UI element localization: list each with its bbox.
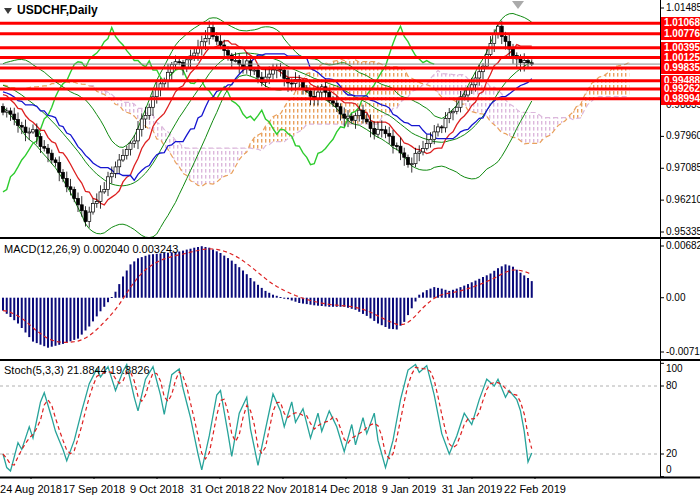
time-axis-label: 14 Dec 2018	[315, 483, 377, 495]
symbol-dropdown-icon	[4, 8, 12, 14]
price-axis-label: 0.96210	[666, 194, 700, 206]
price-axis-label: 1.01485	[666, 2, 700, 14]
level-price-label: 0.98994	[661, 93, 700, 105]
stoch-axis-label: 20	[666, 448, 677, 460]
chart-canvas[interactable]	[0, 0, 700, 479]
time-axis-label: 31 Jan 2019	[442, 483, 503, 495]
stoch-k-line	[3, 365, 532, 472]
price-axis-label: 0.97085	[666, 162, 700, 174]
chart-window: USDCHF,Daily MACD(12,26,9) 0.002040 0.00…	[0, 0, 700, 500]
kijun-sen-line	[3, 54, 532, 181]
macd-histogram	[2, 246, 533, 348]
macd-axis-label: -0.007166	[666, 346, 700, 358]
stoch-axis-label: 100	[666, 363, 683, 375]
time-axis-label: 31 Oct 2018	[190, 483, 250, 495]
macd-axis-label: 0.006829	[666, 240, 700, 252]
time-axis-label: 17 Sep 2018	[63, 483, 125, 495]
time-axis-label: 22 Nov 2018	[252, 483, 314, 495]
macd-indicator-label: MACD(12,26,9) 0.002040 0.003243	[4, 243, 178, 255]
macd-axis-label: 0.00	[666, 292, 685, 304]
time-axis-label: 9 Oct 2018	[130, 483, 184, 495]
time-axis-label: 9 Jan 2019	[382, 483, 436, 495]
level-price-label: 1.00776	[661, 28, 700, 40]
time-axis-label: 24 Aug 2018	[0, 483, 62, 495]
ichimoku-cloud	[566, 62, 630, 120]
level-price-label: 0.99835	[661, 62, 700, 74]
symbol-label: USDCHF,Daily	[17, 3, 98, 17]
symbol-header[interactable]: USDCHF,Daily	[4, 3, 98, 17]
price-axis-label: 0.97960	[666, 130, 700, 142]
bollinger-middle-line	[3, 53, 532, 186]
time-axis-label: 22 Feb 2019	[504, 483, 566, 495]
tenkan-sen-line	[3, 41, 532, 205]
stoch-indicator-label: Stoch(5,3,3) 21.8844 19.8826	[4, 364, 150, 376]
stoch-d-line	[3, 367, 532, 465]
stoch-axis-label: 80	[666, 380, 677, 392]
price-axis-label: 0.95335	[666, 226, 700, 238]
stoch-axis-label: 0	[666, 464, 672, 476]
chart-shift-marker-icon[interactable]	[512, 1, 524, 9]
